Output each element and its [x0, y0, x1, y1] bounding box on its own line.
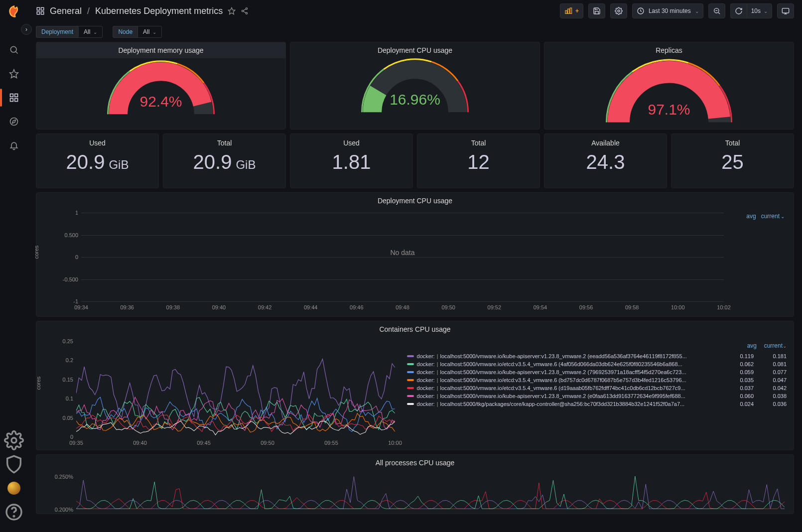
- breadcrumb[interactable]: General / Kubernetes Deployment metrics: [50, 6, 223, 16]
- page-title[interactable]: Kubernetes Deployment metrics: [95, 6, 223, 16]
- sidebar-expand-toggle[interactable]: ›: [21, 24, 32, 35]
- panel-stat-cpu-used[interactable]: Used1.81: [290, 133, 413, 188]
- time-range-picker[interactable]: Last 30 minutes ⌄: [632, 3, 703, 18]
- proc-plot-area: 0.200%0.250%: [76, 475, 785, 512]
- explore-icon[interactable]: [4, 112, 24, 132]
- panel-replicas-gauge[interactable]: Replicas 97.1%: [544, 42, 794, 130]
- legend-row[interactable]: docker:|localhost:5000/vmware.io/etcd:v3…: [407, 376, 787, 384]
- legend-row[interactable]: docker:|localhost:5000/vmware.io/etcd:v3…: [407, 360, 787, 368]
- svg-rect-13: [41, 7, 44, 10]
- containers-legend: avg current⌄ docker:|localhost:5000/vmwa…: [400, 337, 794, 450]
- gauge-memory: 92.4%: [106, 58, 216, 113]
- svg-marker-16: [229, 7, 235, 14]
- user-avatar[interactable]: [4, 478, 24, 498]
- svg-rect-22: [565, 10, 567, 13]
- var-value-deployment[interactable]: All⌄: [78, 26, 103, 38]
- svg-rect-5: [10, 99, 13, 102]
- alerting-icon[interactable]: [4, 135, 24, 155]
- panel-deployment-cpu-chart[interactable]: Deployment CPU usage cores No data -1-0.…: [36, 192, 794, 317]
- legend-row[interactable]: docker:|localhost:5000/vmware.io/kube-ap…: [407, 352, 787, 360]
- dashboards-icon[interactable]: [4, 88, 24, 108]
- panel-stat-rep-total[interactable]: Total25: [671, 133, 794, 188]
- help-icon[interactable]: [4, 502, 24, 522]
- gauge-cpu: 16.96%: [360, 56, 470, 111]
- legend-row[interactable]: docker:|localhost:5000/tkg/packages/core…: [407, 400, 787, 408]
- panel-containers-cpu[interactable]: Containers CPU usage cores 00.050.10.150…: [36, 321, 794, 450]
- var-label-node: Node: [113, 26, 137, 38]
- containers-plot-area: 00.050.10.150.20.2509:3509:4009:4509:500…: [76, 341, 395, 437]
- svg-rect-12: [37, 7, 39, 10]
- main: General / Kubernetes Deployment metrics …: [28, 0, 802, 532]
- panel-stat-cpu-total[interactable]: Total12: [417, 133, 540, 188]
- configuration-icon[interactable]: [4, 430, 24, 450]
- topbar: General / Kubernetes Deployment metrics …: [28, 0, 802, 22]
- zoom-out-button[interactable]: [708, 3, 725, 18]
- grafana-logo[interactable]: [6, 4, 22, 20]
- star-outline-icon[interactable]: [228, 7, 236, 15]
- breadcrumb-folder[interactable]: General: [50, 6, 82, 16]
- panel-cpu-gauge[interactable]: Deployment CPU usage 16.96%: [290, 42, 540, 130]
- svg-rect-6: [15, 99, 18, 102]
- svg-point-17: [246, 8, 248, 9]
- variable-row: Deployment All⌄ Node All⌄: [28, 22, 802, 42]
- legend-row[interactable]: docker:|localhost:5000/vmware.io/etcd:v3…: [407, 384, 787, 392]
- panel-memory-gauge[interactable]: Deployment memory usage 92.4%: [36, 42, 286, 130]
- svg-rect-4: [15, 94, 18, 97]
- svg-line-21: [244, 11, 246, 13]
- legend-row[interactable]: docker:|localhost:5000/vmware.io/kube-ap…: [407, 368, 787, 376]
- add-panel-button[interactable]: +: [560, 3, 583, 18]
- var-label-deployment: Deployment: [36, 26, 78, 38]
- cpu-plot-area: No data -1-0.50000.500109:3409:3609:3809…: [81, 213, 724, 301]
- svg-point-7: [10, 118, 18, 126]
- settings-button[interactable]: [610, 3, 627, 18]
- svg-line-28: [718, 12, 720, 14]
- save-button[interactable]: [588, 3, 605, 18]
- svg-rect-23: [568, 9, 569, 13]
- svg-line-1: [16, 52, 18, 54]
- svg-rect-30: [782, 8, 789, 13]
- svg-rect-24: [570, 8, 571, 13]
- gauge-replicas: 97.1%: [604, 56, 734, 121]
- panel-stat-mem-used[interactable]: Used20.9GiB: [36, 133, 159, 188]
- svg-point-11: [13, 516, 14, 517]
- kiosk-button[interactable]: [777, 3, 794, 18]
- svg-line-20: [244, 9, 246, 10]
- svg-point-0: [10, 46, 16, 52]
- svg-marker-2: [10, 70, 18, 78]
- refresh-interval-picker[interactable]: 10s⌄: [747, 3, 772, 18]
- svg-point-19: [246, 12, 248, 14]
- search-icon[interactable]: [4, 40, 24, 60]
- var-value-node[interactable]: All⌄: [137, 26, 162, 38]
- svg-point-9: [11, 438, 16, 443]
- panel-stat-mem-total[interactable]: Total20.9GiB: [163, 133, 286, 188]
- svg-rect-15: [41, 12, 44, 14]
- refresh-button[interactable]: [730, 3, 747, 18]
- chevron-down-icon: ⌄: [695, 8, 699, 14]
- panel-all-processes-cpu[interactable]: All processes CPU usage 0.200%0.250%: [36, 454, 794, 514]
- svg-marker-8: [12, 120, 16, 124]
- svg-point-25: [618, 10, 620, 12]
- svg-rect-14: [37, 12, 39, 14]
- svg-rect-3: [10, 94, 13, 97]
- time-range-label: Last 30 minutes: [649, 7, 691, 14]
- sidebar: ›: [0, 0, 28, 532]
- panel-stat-rep-avail[interactable]: Available24.3: [544, 133, 667, 188]
- shield-icon[interactable]: [4, 454, 24, 474]
- cpu-legend-header[interactable]: avg current⌄: [746, 213, 785, 220]
- star-icon[interactable]: [4, 64, 24, 84]
- share-icon[interactable]: [241, 7, 249, 15]
- svg-point-18: [242, 10, 244, 11]
- apps-icon[interactable]: [36, 6, 45, 15]
- legend-row[interactable]: docker:|localhost:5000/vmware.io/kube-ap…: [407, 392, 787, 400]
